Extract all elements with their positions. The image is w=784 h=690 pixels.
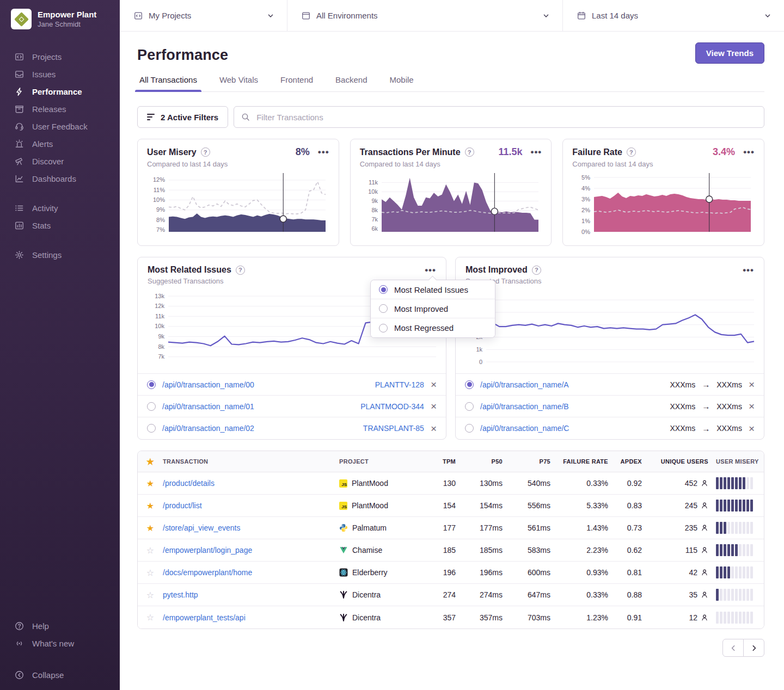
failure-rate-value: 1.23% <box>554 613 611 622</box>
dropdown-option[interactable]: Most Improved <box>371 299 495 318</box>
radio-button[interactable] <box>465 424 474 433</box>
help-icon[interactable]: ? <box>465 147 474 157</box>
user-misery-bars <box>712 522 764 534</box>
sidebar-item-dashboards[interactable]: Dashboards <box>0 170 120 187</box>
radio-button[interactable] <box>147 424 156 433</box>
environment-selector[interactable]: All Environments <box>287 0 563 31</box>
tab-web-vitals[interactable]: Web Vitals <box>218 69 259 91</box>
sidebar-item-performance[interactable]: Performance <box>0 83 120 100</box>
svg-text:7k: 7k <box>371 216 378 223</box>
close-icon[interactable]: × <box>749 423 755 434</box>
star-outline-icon[interactable]: ☆ <box>138 590 163 600</box>
dropdown-option-label: Most Related Issues <box>394 285 468 294</box>
misery-bar <box>743 522 745 534</box>
sidebar-collapse-button[interactable]: Collapse <box>0 666 120 683</box>
misery-bar <box>724 500 726 512</box>
tab-all-transactions[interactable]: All Transactions <box>138 69 198 91</box>
issue-link[interactable]: PLANTMOOD-344 <box>360 402 424 411</box>
sidebar-item-stats[interactable]: Stats <box>0 217 120 234</box>
transactions-table: ★ TRANSACTION PROJECT TPM P50 P75 FAILUR… <box>137 451 764 629</box>
search-input[interactable] <box>255 112 757 122</box>
card-menu-button[interactable]: ••• <box>318 147 329 157</box>
star-filled-icon[interactable]: ★ <box>138 478 163 489</box>
widget-menu-button[interactable]: ••• <box>743 266 754 275</box>
sidebar-item-projects[interactable]: Projects <box>0 48 120 65</box>
help-icon[interactable]: ? <box>627 147 636 157</box>
issue-link[interactable]: TRANSPLANT-85 <box>363 424 424 433</box>
duration-before: XXXms <box>670 402 696 411</box>
list-item-meta: XXXms→XXXms× <box>670 379 755 390</box>
radio-button[interactable] <box>465 402 474 411</box>
active-filters-button[interactable]: 2 Active Filters <box>137 106 228 128</box>
apdex-value: 0.73 <box>611 523 645 532</box>
user-feedback-icon <box>14 121 24 131</box>
close-icon[interactable]: × <box>749 379 755 390</box>
transaction-link[interactable]: /api/0/transaction_name/02 <box>162 424 254 433</box>
previous-page-button[interactable] <box>722 639 744 657</box>
star-outline-icon[interactable]: ☆ <box>138 612 163 623</box>
transaction-link[interactable]: /product/details <box>163 479 339 488</box>
help-icon[interactable]: ? <box>532 266 541 275</box>
project-cell: Chamise <box>339 546 422 555</box>
transaction-link[interactable]: /api/0/transaction_name/A <box>480 380 569 389</box>
card-menu-button[interactable]: ••• <box>743 147 755 157</box>
radio-button[interactable] <box>147 402 156 411</box>
sidebar-item-discover[interactable]: Discover <box>0 152 120 170</box>
view-trends-button[interactable]: View Trends <box>695 42 764 64</box>
dropdown-option[interactable]: Most Regressed <box>371 318 495 337</box>
transaction-link[interactable]: /api/0/transaction_name/01 <box>162 402 254 411</box>
sidebar-item-releases[interactable]: Releases <box>0 100 120 118</box>
tab-backend[interactable]: Backend <box>334 69 368 91</box>
transaction-link[interactable]: pytest.http <box>163 590 339 599</box>
misery-bar <box>716 612 719 624</box>
tab-frontend[interactable]: Frontend <box>279 69 314 91</box>
misery-bar <box>739 612 742 624</box>
tab-mobile[interactable]: Mobile <box>388 69 414 91</box>
org-logo-icon <box>11 9 32 29</box>
dashboards-icon <box>14 174 24 183</box>
transaction-link[interactable]: /api/0/transaction_name/00 <box>162 380 254 389</box>
radio-button[interactable] <box>147 380 156 389</box>
star-outline-icon[interactable]: ☆ <box>138 545 163 556</box>
failure-rate-value: 5.33% <box>554 501 611 510</box>
close-icon[interactable]: × <box>431 401 437 411</box>
issue-link[interactable]: PLANTTV-128 <box>375 380 424 389</box>
transaction-link[interactable]: /empowerplant/login_page <box>163 546 339 555</box>
misery-bar <box>720 500 722 512</box>
project-selector[interactable]: My Projects <box>120 0 287 31</box>
transaction-link[interactable]: /api/0/transaction_name/C <box>480 424 569 433</box>
close-icon[interactable]: × <box>749 401 755 411</box>
date-range-selector[interactable]: Last 14 days <box>563 0 784 31</box>
transaction-link[interactable]: /api/0/transaction_name/B <box>480 402 569 411</box>
transaction-link[interactable]: /empowerplant_tests/api <box>163 613 339 622</box>
widget-menu-button[interactable]: ••• <box>425 266 436 275</box>
card-menu-button[interactable]: ••• <box>530 147 542 157</box>
sidebar-item-issues[interactable]: Issues <box>0 65 120 83</box>
org-switcher[interactable]: Empower Plant Jane Schmidt <box>0 0 120 38</box>
transaction-link[interactable]: /product/list <box>163 501 339 510</box>
sidebar-item-user-feedback[interactable]: User Feedback <box>0 118 120 135</box>
help-icon[interactable]: ? <box>236 266 245 275</box>
star-outline-icon[interactable]: ☆ <box>138 568 163 578</box>
apdex-value: 0.81 <box>611 568 645 577</box>
star-filled-icon[interactable]: ★ <box>138 501 163 511</box>
star-filled-icon[interactable]: ★ <box>138 523 163 533</box>
transaction-link[interactable]: /docs/empowerplant/home <box>163 568 339 577</box>
sidebar-item-help[interactable]: Help <box>0 617 120 634</box>
transaction-link[interactable]: /store/api_view_events <box>163 523 339 532</box>
widget-title: Most Related Issues <box>148 265 231 275</box>
radio-button[interactable] <box>465 380 474 389</box>
help-icon[interactable]: ? <box>201 147 210 157</box>
sidebar-item-label: Releases <box>32 104 66 114</box>
sidebar-item-activity[interactable]: Activity <box>0 199 120 217</box>
sidebar-item-settings[interactable]: Settings <box>0 246 120 263</box>
sidebar-item-whats-new[interactable]: What's new <box>0 634 120 652</box>
close-icon[interactable]: × <box>431 379 437 390</box>
close-icon[interactable]: × <box>431 423 437 434</box>
misery-bar <box>720 612 722 624</box>
sidebar-item-alerts[interactable]: Alerts <box>0 135 120 152</box>
calendar-icon <box>577 11 586 20</box>
next-page-button[interactable] <box>743 639 764 657</box>
arrow-right-icon: → <box>702 402 710 411</box>
table-row: ☆/empowerplant_tests/apiDicentra357357ms… <box>138 606 764 629</box>
